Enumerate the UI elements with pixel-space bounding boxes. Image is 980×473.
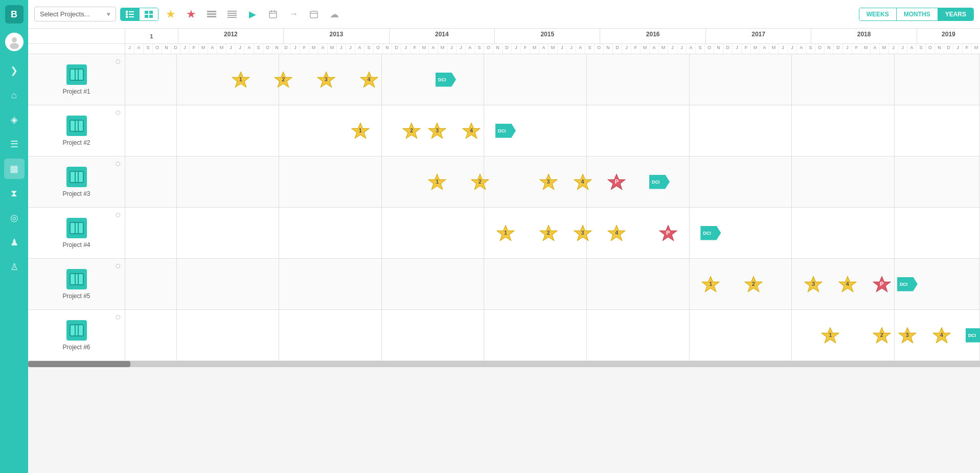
project-row: ⬡ Project #6 1 2 3 4 DCI	[28, 310, 980, 361]
star-milestone[interactable]: 2	[274, 70, 293, 89]
rows-icon[interactable]	[203, 6, 220, 22]
month-cell: F	[190, 44, 199, 54]
month-cell: D	[503, 44, 512, 54]
external-link-icon[interactable]: ⬡	[116, 314, 121, 321]
star-milestone[interactable]: 3	[573, 223, 592, 243]
svg-rect-3	[126, 13, 128, 15]
month-cell: S	[806, 44, 815, 54]
external-link-icon[interactable]: ⬡	[116, 58, 121, 65]
month-cell: J	[346, 44, 355, 54]
external-link-icon[interactable]: ⬡	[116, 161, 121, 167]
dci-milestone[interactable]: DCI	[700, 226, 721, 240]
sidebar-item-people[interactable]: ♟	[4, 232, 25, 253]
star-milestone[interactable]: 2	[872, 326, 892, 345]
month-cell: S	[254, 44, 263, 54]
star-milestone[interactable]: 3	[539, 172, 558, 192]
month-cell: F	[300, 44, 309, 54]
sidebar-item-calendar[interactable]: ▦	[4, 159, 25, 179]
month-cell: J	[898, 44, 907, 54]
month-cell: J	[236, 44, 245, 54]
project-timeline: 1 2 3 4 P DCI	[125, 259, 980, 309]
arrow-right-icon[interactable]: →	[285, 6, 302, 22]
star-milestone[interactable]: 4	[607, 223, 626, 243]
star-milestone[interactable]: 3	[427, 121, 447, 141]
month-cell: S	[917, 44, 926, 54]
year-cell-2019: 2019	[917, 29, 980, 43]
star-milestone[interactable]: 4	[359, 70, 379, 89]
year-cell-2015: 2015	[495, 29, 600, 43]
dci-milestone[interactable]: DCI	[649, 175, 670, 189]
dci-milestone[interactable]: DCI	[897, 277, 918, 291]
list-view-button[interactable]	[121, 8, 140, 20]
star-milestone[interactable]: 4	[462, 121, 481, 141]
project-label: ⬡ Project #3	[28, 156, 125, 207]
star-red-icon[interactable]: ★	[183, 6, 199, 22]
star-milestone[interactable]: 1	[821, 326, 840, 345]
weeks-view-button[interactable]: WEEKS	[859, 8, 897, 20]
star-milestone[interactable]: P	[872, 275, 892, 294]
star-milestone[interactable]: 1	[701, 275, 720, 294]
timeline-icon: ⧗	[11, 188, 17, 199]
calendar-small-icon[interactable]	[265, 6, 281, 22]
star-milestone[interactable]: 4	[838, 275, 857, 294]
play-icon[interactable]: ▶	[244, 6, 261, 22]
star-milestone[interactable]: 2	[539, 223, 558, 243]
month-cell: J	[889, 44, 898, 54]
dci-milestone[interactable]: DCI	[436, 73, 456, 87]
month-cell: M	[530, 44, 539, 54]
sidebar-item-budget[interactable]: ◎	[4, 208, 25, 228]
external-link-icon[interactable]: ⬡	[116, 263, 121, 269]
compact-rows-icon[interactable]	[224, 6, 240, 22]
month-cell: D	[282, 44, 291, 54]
month-cell: N	[714, 44, 723, 54]
calendar-2-icon[interactable]	[306, 6, 322, 22]
card-view-button[interactable]	[140, 8, 158, 20]
star-milestone[interactable]: 2	[402, 121, 421, 141]
sidebar-item-team[interactable]: ♙	[4, 257, 25, 277]
sidebar-item-home[interactable]: ⌂	[4, 85, 25, 105]
star-milestone[interactable]: 1	[427, 172, 447, 192]
star-milestone[interactable]: P	[658, 223, 678, 243]
star-yellow-icon[interactable]: ★	[163, 6, 179, 22]
star-milestone[interactable]: 2	[470, 172, 490, 192]
dci-milestone[interactable]: DCI	[966, 328, 980, 343]
user-avatar[interactable]	[5, 33, 24, 51]
external-link-icon[interactable]: ⬡	[116, 212, 121, 218]
years-view-button[interactable]: YEARS	[938, 8, 973, 20]
month-cell: O	[926, 44, 935, 54]
star-milestone[interactable]: 1	[231, 70, 250, 89]
sidebar-logo: B	[5, 5, 24, 24]
month-cell: A	[318, 44, 328, 54]
external-link-icon[interactable]: ⬡	[116, 109, 121, 116]
star-milestone[interactable]: 3	[316, 70, 336, 89]
home-icon: ⌂	[11, 90, 17, 101]
svg-rect-34	[71, 121, 75, 131]
star-milestone[interactable]: 4	[573, 172, 592, 192]
month-cell: J	[788, 44, 797, 54]
svg-rect-11	[149, 15, 153, 18]
sidebar-item-chevron[interactable]: ❯	[4, 60, 25, 81]
svg-rect-7	[129, 16, 134, 17]
star-milestone[interactable]: 3	[804, 275, 823, 294]
project-icon	[66, 167, 87, 187]
star-milestone[interactable]: 4	[932, 326, 951, 345]
svg-rect-18	[227, 17, 237, 18]
gantt-chart[interactable]: 1 2012 2013 2014 2015 2016 2017 2018 201…	[28, 29, 980, 473]
svg-rect-42	[71, 172, 75, 182]
month-cell: F	[521, 44, 530, 54]
horizontal-scrollbar[interactable]	[28, 361, 980, 367]
star-milestone[interactable]: 1	[496, 223, 515, 243]
star-milestone[interactable]: 3	[898, 326, 917, 345]
star-milestone[interactable]: P	[607, 172, 626, 192]
svg-rect-69	[71, 325, 75, 335]
dci-milestone[interactable]: DCI	[495, 124, 516, 138]
sidebar-item-timeline[interactable]: ⧗	[4, 183, 25, 204]
star-milestone[interactable]: 2	[744, 275, 763, 294]
months-view-button[interactable]: MONTHS	[897, 8, 938, 20]
project-select-dropdown[interactable]: Select Projects... ▾	[34, 7, 116, 21]
star-milestone[interactable]: 1	[351, 121, 370, 141]
month-cell: O	[705, 44, 714, 54]
sidebar-item-dashboard[interactable]: ◈	[4, 109, 25, 130]
sidebar-item-list[interactable]: ☰	[4, 134, 25, 154]
cloud-icon[interactable]: ☁	[326, 6, 343, 22]
